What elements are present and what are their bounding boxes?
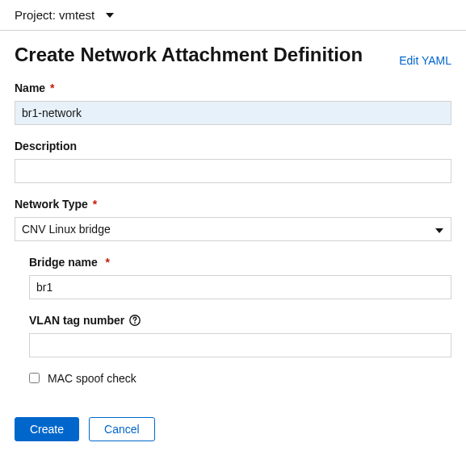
network-type-select-wrapper: CNV Linux bridge <box>15 217 451 241</box>
cancel-button[interactable]: Cancel <box>89 417 155 441</box>
project-bar: Project: vmtest <box>0 0 466 31</box>
mac-spoof-checkbox[interactable] <box>29 373 40 383</box>
form-group-name: Name * <box>15 81 451 125</box>
page-title: Create Network Attachment Definition <box>15 44 363 67</box>
network-type-value: CNV Linux bridge <box>22 223 111 236</box>
required-indicator: * <box>103 256 110 269</box>
mac-spoof-label: MAC spoof check <box>48 372 136 385</box>
name-label-text: Name <box>15 81 45 94</box>
bridge-name-label: Bridge name * <box>29 256 451 269</box>
form-group-description: Description <box>15 140 451 183</box>
required-indicator: * <box>47 81 54 94</box>
mac-spoof-row: MAC spoof check <box>29 372 451 385</box>
network-type-label: Network Type * <box>15 198 451 211</box>
name-input[interactable] <box>15 101 451 125</box>
description-input[interactable] <box>15 159 451 183</box>
form-group-vlan-tag: VLAN tag number <box>29 314 451 357</box>
network-type-label-text: Network Type <box>15 198 88 211</box>
description-label: Description <box>15 140 451 152</box>
help-icon[interactable] <box>129 315 141 326</box>
svg-point-1 <box>134 322 136 324</box>
bridge-name-input[interactable] <box>29 275 451 299</box>
vlan-tag-input[interactable] <box>29 333 451 357</box>
caret-down-icon[interactable] <box>106 13 114 18</box>
network-type-select[interactable]: CNV Linux bridge <box>15 217 451 241</box>
form-group-mac-spoof: MAC spoof check <box>29 372 451 385</box>
create-button[interactable]: Create <box>15 417 79 441</box>
vlan-tag-label: VLAN tag number <box>29 314 124 327</box>
bridge-options: Bridge name * VLAN tag number M <box>15 256 451 385</box>
vlan-label-row: VLAN tag number <box>29 314 451 327</box>
edit-yaml-link[interactable]: Edit YAML <box>399 54 451 67</box>
header-row: Create Network Attachment Definition Edi… <box>15 44 451 67</box>
name-label: Name * <box>15 81 451 94</box>
form-group-network-type: Network Type * CNV Linux bridge <box>15 198 451 241</box>
project-label: Project: vmtest <box>15 8 94 22</box>
required-indicator: * <box>90 198 97 211</box>
bridge-name-label-text: Bridge name <box>29 256 98 269</box>
form-group-bridge-name: Bridge name * <box>29 256 451 299</box>
content: Create Network Attachment Definition Edi… <box>0 31 466 457</box>
button-row: Create Cancel <box>15 417 451 441</box>
